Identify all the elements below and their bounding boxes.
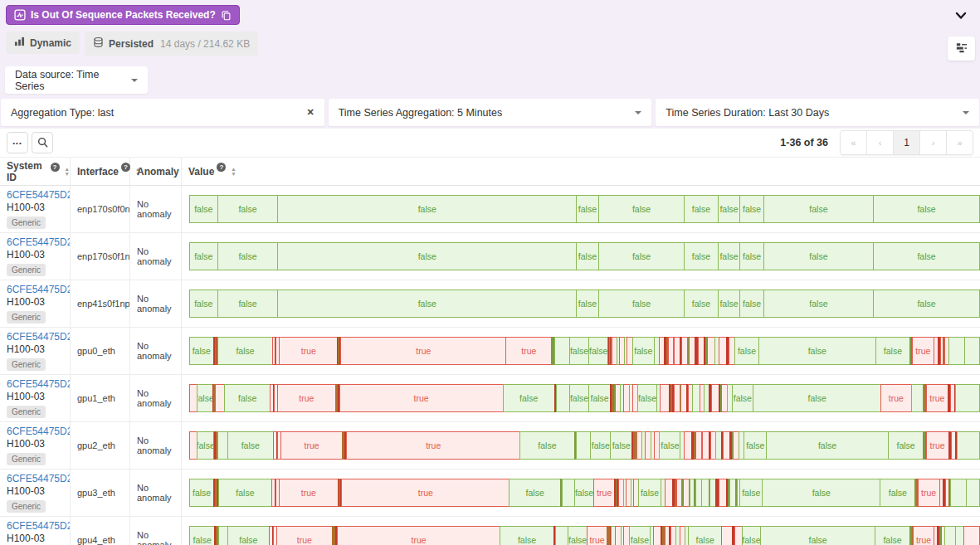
value-segment: false	[763, 242, 874, 270]
collapse-panel-button[interactable]	[952, 7, 970, 26]
cell-interface: gpu3_eth	[71, 470, 130, 516]
value-segment: false	[227, 526, 270, 545]
value-timeline-bar[interactable]: falsefalsetruetruefalsefalsefalsefalsefa…	[189, 431, 980, 460]
table-row: 6CFE54475D28H100-03Genericgpu4_ethNo ano…	[0, 517, 980, 545]
value-segment: false	[569, 384, 589, 412]
value-segment: false	[610, 431, 632, 460]
table-header: System ID ? ▲▼ Interface ? ▲▼ Anomaly Va…	[0, 157, 980, 186]
column-header-interface[interactable]: Interface ? ▲▼	[71, 158, 130, 185]
help-icon[interactable]: ?	[121, 163, 130, 172]
copy-icon[interactable]	[221, 10, 232, 21]
help-icon[interactable]: ?	[51, 163, 60, 172]
system-id-link[interactable]: 6CFE54475D28	[7, 236, 70, 248]
clear-icon[interactable]: ✕	[306, 107, 314, 118]
value-segment	[911, 384, 924, 412]
dynamic-button[interactable]: Dynamic	[6, 32, 80, 54]
sort-icon[interactable]: ▲▼	[231, 167, 236, 176]
current-page-button[interactable]: 1	[893, 130, 920, 155]
sort-icon[interactable]: ▲▼	[65, 167, 70, 176]
system-id-link[interactable]: 6CFE54475D28	[7, 331, 70, 343]
prev-page-button[interactable]: ‹	[866, 130, 894, 155]
system-name: H100-03	[7, 343, 70, 355]
value-segment: false	[875, 337, 910, 365]
value-timeline-bar[interactable]: falsefalsetruetruefalsefalsetruefalsefal…	[189, 526, 980, 545]
value-segment: true	[280, 431, 343, 460]
value-segment: true	[279, 479, 339, 507]
value-segment	[555, 526, 569, 545]
help-icon[interactable]: ?	[217, 163, 226, 172]
value-segment: false	[637, 384, 658, 412]
cell-system-id: 6CFE54475D28H100-03Generic	[0, 517, 71, 545]
system-id-link[interactable]: 6CFE54475D28	[7, 189, 70, 201]
cell-value: falsefalsetruetruefalsefalsefalsefalsefa…	[182, 375, 980, 421]
cell-system-id: 6CFE54475D28H100-03Generic	[0, 422, 71, 469]
value-segment	[957, 431, 980, 460]
value-segment: false	[758, 337, 876, 365]
ts-aggregation-value: Time Series Aggregation: 5 Minutes	[339, 107, 503, 119]
table-row: 6CFE54475D28H100-03Genericgpu0_ethNo ano…	[0, 328, 980, 375]
value-segment	[721, 526, 733, 545]
column-header-anomaly[interactable]: Anomaly	[130, 158, 182, 185]
value-segment: false	[684, 242, 718, 270]
value-segment: false	[684, 290, 718, 318]
system-name: H100-03	[7, 202, 70, 213]
cell-interface: gpu2_eth	[71, 422, 130, 469]
value-timeline-bar[interactable]: falsefalsefalsefalsefalsefalsefalsefalse…	[189, 290, 980, 318]
search-button[interactable]	[32, 132, 53, 153]
title-row: Is Out Of Sequence Packets Received?	[0, 0, 980, 26]
ts-duration-select[interactable]: Time Series Duration: Last 30 Days	[656, 99, 979, 126]
data-source-select[interactable]: Data source: Time Series	[5, 66, 148, 94]
value-timeline-bar[interactable]: falsefalsetruetruetruefalsefalsefalsefal…	[189, 337, 980, 365]
system-id-link[interactable]: 6CFE54475D28	[7, 473, 70, 484]
datasource-row: Data source: Time Series	[0, 61, 980, 94]
value-segment: true	[926, 384, 948, 412]
system-id-link[interactable]: 6CFE54475D28	[7, 378, 70, 390]
value-segment: false	[503, 384, 555, 412]
cell-value: falsefalsefalsefalsefalsefalsefalsefalse…	[182, 186, 980, 232]
value-timeline-bar[interactable]: falsefalsetruetruefalsefalsetruefalsefal…	[189, 479, 980, 507]
system-type-badge: Generic	[7, 500, 46, 513]
value-segment: false	[873, 290, 980, 318]
value-segment: false	[753, 384, 881, 412]
panel-options-button[interactable]	[948, 36, 975, 61]
system-name: H100-03	[7, 296, 70, 308]
system-id-link[interactable]: 6CFE54475D28	[7, 520, 70, 532]
ts-aggregation-select[interactable]: Time Series Aggregation: 5 Minutes	[329, 99, 652, 126]
next-page-button[interactable]: ›	[919, 130, 947, 155]
value-segment: false	[659, 431, 680, 460]
database-icon	[93, 36, 104, 51]
value-segment: false	[739, 242, 764, 270]
value-segment: false	[588, 384, 612, 412]
cell-interface: enp170s0f1np1	[71, 233, 130, 280]
aggregation-type-select[interactable]: Aggregation Type: last ✕	[1, 99, 324, 126]
value-segment	[554, 337, 570, 365]
metric-title: Is Out Of Sequence Packets Received?	[31, 9, 216, 21]
system-id-link[interactable]: 6CFE54475D28	[7, 426, 70, 437]
value-timeline-bar[interactable]: falsefalsetruetruefalsefalsefalsefalsefa…	[189, 384, 980, 412]
telemetry-panel: Is Out Of Sequence Packets Received? Dyn…	[0, 0, 980, 545]
persisted-button[interactable]: Persisted 14 days / 214.62 KB	[85, 32, 258, 56]
column-header-value[interactable]: Value ? ▲▼	[182, 158, 980, 185]
value-segment: true	[918, 479, 940, 507]
cell-anomaly: No anomaly	[130, 375, 182, 421]
value-segment: false	[576, 195, 599, 223]
value-segment: false	[189, 337, 214, 365]
pagination: 1-36 of 36 « ‹ 1 › »	[780, 130, 973, 155]
last-page-button[interactable]: »	[946, 130, 973, 155]
aggregation-type-value: Aggregation Type: last	[11, 107, 114, 119]
metric-title-badge[interactable]: Is Out Of Sequence Packets Received?	[6, 5, 240, 25]
value-segment: false	[763, 195, 874, 223]
table-row: 6CFE54475D28H100-03Genericenp170s0f1np1N…	[0, 233, 980, 280]
value-timeline-bar[interactable]: falsefalsefalsefalsefalsefalsefalsefalse…	[189, 195, 980, 223]
more-options-button[interactable]: •••	[7, 132, 28, 153]
first-page-button[interactable]: «	[840, 130, 867, 155]
value-segment: false	[629, 526, 651, 545]
cell-value: falsefalsefalsefalsefalsefalsefalsefalse…	[182, 280, 980, 327]
value-segment: false	[718, 242, 741, 270]
value-segment: false	[638, 479, 661, 507]
column-header-system-id[interactable]: System ID ? ▲▼	[0, 158, 71, 185]
value-timeline-bar[interactable]: falsefalsefalsefalsefalsefalsefalsefalse…	[189, 242, 980, 270]
value-segment: true	[913, 526, 934, 545]
system-id-link[interactable]: 6CFE54475D28	[7, 284, 70, 295]
cell-system-id: 6CFE54475D28H100-03Generic	[0, 328, 71, 374]
